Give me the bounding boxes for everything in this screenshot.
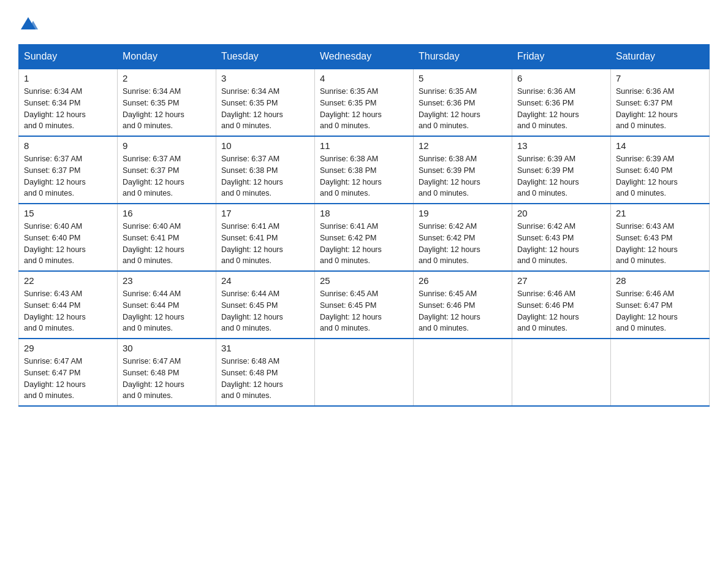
- day-info: Sunrise: 6:40 AM Sunset: 6:41 PM Dayligh…: [123, 221, 211, 267]
- day-number: 26: [419, 275, 507, 286]
- calendar-week-row: 1 Sunrise: 6:34 AM Sunset: 6:34 PM Dayli…: [19, 69, 710, 136]
- day-info: Sunrise: 6:37 AM Sunset: 6:38 PM Dayligh…: [221, 153, 309, 199]
- calendar-cell: 8 Sunrise: 6:37 AM Sunset: 6:37 PM Dayli…: [19, 136, 118, 204]
- calendar-cell: 3 Sunrise: 6:34 AM Sunset: 6:35 PM Dayli…: [216, 69, 315, 136]
- day-info: Sunrise: 6:34 AM Sunset: 6:35 PM Dayligh…: [221, 86, 309, 132]
- day-number: 30: [123, 343, 211, 353]
- day-info: Sunrise: 6:35 AM Sunset: 6:36 PM Dayligh…: [419, 86, 507, 132]
- day-number: 18: [320, 208, 408, 218]
- calendar-cell: 12 Sunrise: 6:38 AM Sunset: 6:39 PM Dayl…: [414, 136, 512, 204]
- day-header-sunday: Sunday: [19, 45, 118, 69]
- calendar-cell: 2 Sunrise: 6:34 AM Sunset: 6:35 PM Dayli…: [118, 69, 216, 136]
- day-header-friday: Friday: [512, 45, 611, 69]
- day-info: Sunrise: 6:47 AM Sunset: 6:48 PM Dayligh…: [123, 356, 211, 402]
- day-header-tuesday: Tuesday: [216, 45, 315, 69]
- day-info: Sunrise: 6:36 AM Sunset: 6:37 PM Dayligh…: [616, 86, 704, 132]
- calendar-cell: 7 Sunrise: 6:36 AM Sunset: 6:37 PM Dayli…: [611, 69, 710, 136]
- day-info: Sunrise: 6:45 AM Sunset: 6:45 PM Dayligh…: [320, 288, 408, 334]
- day-number: 16: [123, 208, 211, 218]
- calendar-cell: 30 Sunrise: 6:47 AM Sunset: 6:48 PM Dayl…: [118, 339, 216, 406]
- day-number: 15: [24, 208, 112, 218]
- page-header: [18, 12, 710, 32]
- calendar-cell: 15 Sunrise: 6:40 AM Sunset: 6:40 PM Dayl…: [19, 204, 118, 271]
- day-info: Sunrise: 6:39 AM Sunset: 6:39 PM Dayligh…: [517, 153, 605, 199]
- day-number: 19: [419, 208, 507, 218]
- calendar-cell: 17 Sunrise: 6:41 AM Sunset: 6:41 PM Dayl…: [216, 204, 315, 271]
- calendar-header-row: SundayMondayTuesdayWednesdayThursdayFrid…: [19, 45, 710, 69]
- day-info: Sunrise: 6:39 AM Sunset: 6:40 PM Dayligh…: [616, 153, 704, 199]
- day-number: 7: [616, 73, 704, 83]
- day-number: 2: [123, 73, 211, 83]
- day-info: Sunrise: 6:43 AM Sunset: 6:44 PM Dayligh…: [24, 288, 112, 334]
- day-number: 12: [419, 140, 507, 151]
- day-info: Sunrise: 6:37 AM Sunset: 6:37 PM Dayligh…: [24, 153, 112, 199]
- day-info: Sunrise: 6:48 AM Sunset: 6:48 PM Dayligh…: [221, 356, 309, 402]
- day-number: 6: [517, 73, 605, 83]
- calendar-cell: 22 Sunrise: 6:43 AM Sunset: 6:44 PM Dayl…: [19, 271, 118, 339]
- calendar-table: SundayMondayTuesdayWednesdayThursdayFrid…: [18, 44, 710, 407]
- calendar-week-row: 29 Sunrise: 6:47 AM Sunset: 6:47 PM Dayl…: [19, 339, 710, 406]
- calendar-cell: 25 Sunrise: 6:45 AM Sunset: 6:45 PM Dayl…: [315, 271, 414, 339]
- day-info: Sunrise: 6:40 AM Sunset: 6:40 PM Dayligh…: [24, 221, 112, 267]
- calendar-cell: 26 Sunrise: 6:45 AM Sunset: 6:46 PM Dayl…: [414, 271, 512, 339]
- calendar-cell: 21 Sunrise: 6:43 AM Sunset: 6:43 PM Dayl…: [611, 204, 710, 271]
- calendar-cell: 11 Sunrise: 6:38 AM Sunset: 6:38 PM Dayl…: [315, 136, 414, 204]
- day-info: Sunrise: 6:34 AM Sunset: 6:35 PM Dayligh…: [123, 86, 211, 132]
- day-info: Sunrise: 6:36 AM Sunset: 6:36 PM Dayligh…: [517, 86, 605, 132]
- day-number: 4: [320, 73, 408, 83]
- day-number: 3: [221, 73, 309, 83]
- calendar-week-row: 8 Sunrise: 6:37 AM Sunset: 6:37 PM Dayli…: [19, 136, 710, 204]
- day-info: Sunrise: 6:35 AM Sunset: 6:35 PM Dayligh…: [320, 86, 408, 132]
- calendar-cell: 27 Sunrise: 6:46 AM Sunset: 6:46 PM Dayl…: [512, 271, 611, 339]
- calendar-week-row: 22 Sunrise: 6:43 AM Sunset: 6:44 PM Dayl…: [19, 271, 710, 339]
- day-number: 23: [123, 275, 211, 286]
- day-number: 9: [123, 140, 211, 151]
- day-info: Sunrise: 6:34 AM Sunset: 6:34 PM Dayligh…: [24, 86, 112, 132]
- calendar-cell: 14 Sunrise: 6:39 AM Sunset: 6:40 PM Dayl…: [611, 136, 710, 204]
- day-header-monday: Monday: [118, 45, 216, 69]
- day-info: Sunrise: 6:42 AM Sunset: 6:43 PM Dayligh…: [517, 221, 605, 267]
- calendar-week-row: 15 Sunrise: 6:40 AM Sunset: 6:40 PM Dayl…: [19, 204, 710, 271]
- day-number: 14: [616, 140, 704, 151]
- day-info: Sunrise: 6:41 AM Sunset: 6:42 PM Dayligh…: [320, 221, 408, 267]
- day-header-saturday: Saturday: [611, 45, 710, 69]
- day-number: 20: [517, 208, 605, 218]
- day-number: 17: [221, 208, 309, 218]
- day-number: 1: [24, 73, 112, 83]
- calendar-cell: 13 Sunrise: 6:39 AM Sunset: 6:39 PM Dayl…: [512, 136, 611, 204]
- calendar-cell: [315, 339, 414, 406]
- calendar-cell: 5 Sunrise: 6:35 AM Sunset: 6:36 PM Dayli…: [414, 69, 512, 136]
- calendar-cell: 6 Sunrise: 6:36 AM Sunset: 6:36 PM Dayli…: [512, 69, 611, 136]
- day-number: 29: [24, 343, 112, 353]
- day-info: Sunrise: 6:45 AM Sunset: 6:46 PM Dayligh…: [419, 288, 507, 334]
- calendar-cell: 28 Sunrise: 6:46 AM Sunset: 6:47 PM Dayl…: [611, 271, 710, 339]
- logo-icon: [18, 12, 38, 32]
- calendar-cell: 20 Sunrise: 6:42 AM Sunset: 6:43 PM Dayl…: [512, 204, 611, 271]
- day-number: 24: [221, 275, 309, 286]
- day-number: 10: [221, 140, 309, 151]
- calendar-cell: 10 Sunrise: 6:37 AM Sunset: 6:38 PM Dayl…: [216, 136, 315, 204]
- calendar-cell: [611, 339, 710, 406]
- day-number: 22: [24, 275, 112, 286]
- day-header-thursday: Thursday: [414, 45, 512, 69]
- day-info: Sunrise: 6:43 AM Sunset: 6:43 PM Dayligh…: [616, 221, 704, 267]
- day-header-wednesday: Wednesday: [315, 45, 414, 69]
- calendar-cell: 31 Sunrise: 6:48 AM Sunset: 6:48 PM Dayl…: [216, 339, 315, 406]
- calendar-cell: 24 Sunrise: 6:44 AM Sunset: 6:45 PM Dayl…: [216, 271, 315, 339]
- calendar-cell: 4 Sunrise: 6:35 AM Sunset: 6:35 PM Dayli…: [315, 69, 414, 136]
- day-info: Sunrise: 6:47 AM Sunset: 6:47 PM Dayligh…: [24, 356, 112, 402]
- calendar-cell: 19 Sunrise: 6:42 AM Sunset: 6:42 PM Dayl…: [414, 204, 512, 271]
- day-number: 5: [419, 73, 507, 83]
- day-info: Sunrise: 6:42 AM Sunset: 6:42 PM Dayligh…: [419, 221, 507, 267]
- day-info: Sunrise: 6:44 AM Sunset: 6:44 PM Dayligh…: [123, 288, 211, 334]
- calendar-cell: 29 Sunrise: 6:47 AM Sunset: 6:47 PM Dayl…: [19, 339, 118, 406]
- calendar-cell: 18 Sunrise: 6:41 AM Sunset: 6:42 PM Dayl…: [315, 204, 414, 271]
- day-number: 8: [24, 140, 112, 151]
- day-info: Sunrise: 6:37 AM Sunset: 6:37 PM Dayligh…: [123, 153, 211, 199]
- day-info: Sunrise: 6:38 AM Sunset: 6:39 PM Dayligh…: [419, 153, 507, 199]
- day-number: 13: [517, 140, 605, 151]
- calendar-cell: [414, 339, 512, 406]
- day-number: 27: [517, 275, 605, 286]
- calendar-cell: 1 Sunrise: 6:34 AM Sunset: 6:34 PM Dayli…: [19, 69, 118, 136]
- day-number: 31: [221, 343, 309, 353]
